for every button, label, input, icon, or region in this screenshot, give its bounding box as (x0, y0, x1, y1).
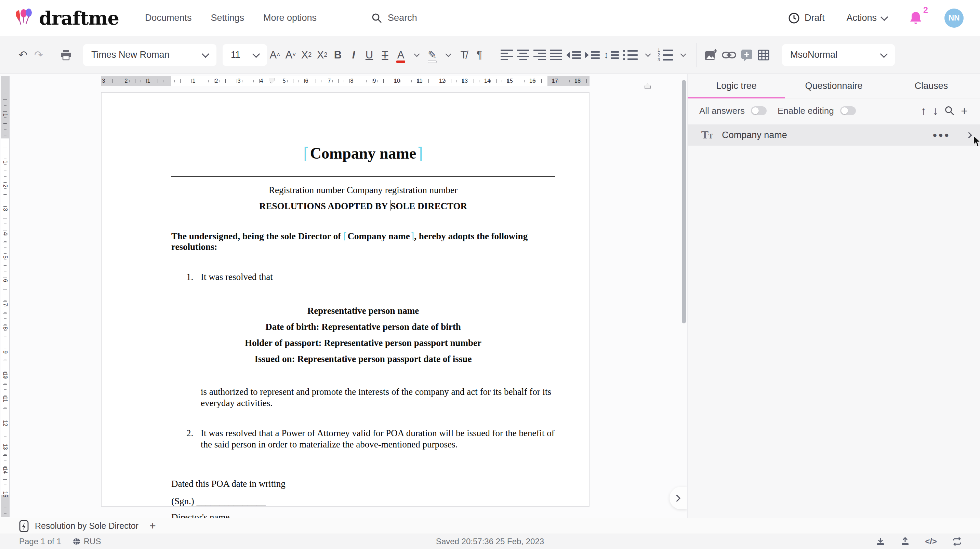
item-expand-button[interactable] (966, 132, 972, 138)
status-right: </> (876, 537, 962, 546)
company-name-variable[interactable]: Company name (303, 145, 423, 162)
passport-issue-line[interactable]: Issued on: Representative person passpor… (171, 351, 555, 367)
nav-more-options[interactable]: More options (263, 13, 317, 23)
insert-image-button[interactable] (702, 45, 720, 66)
align-right-button[interactable] (531, 45, 548, 66)
superscript-button[interactable]: X2 (314, 45, 330, 66)
representative-block[interactable]: Representative person name Date of birth… (171, 303, 555, 367)
tab-clauses[interactable]: Clauses (883, 74, 980, 98)
expand-panel-button[interactable] (670, 487, 687, 509)
formatting-toolbar: ↶ ↷ Times New Roman 11 A˄ A˅ X2 X2 B I U… (0, 36, 980, 74)
authorized-paragraph[interactable]: is authorized to represent and promote t… (171, 386, 555, 409)
text-color-dropdown[interactable] (409, 45, 424, 66)
document-page[interactable]: Company name Registration number Company… (101, 92, 590, 507)
italic-button[interactable]: I (346, 45, 361, 66)
add-node-button[interactable]: + (961, 105, 968, 116)
search-label: Search (388, 13, 417, 23)
subscript-button[interactable]: X2 (299, 45, 314, 66)
indent-marker[interactable] (269, 78, 275, 83)
intro-paragraph[interactable]: The undersigned, being the sole Director… (171, 231, 555, 252)
all-answers-toggle[interactable] (751, 106, 767, 115)
director-name-line[interactable]: Director's name (171, 512, 555, 518)
list-item-1[interactable]: 1. It was resolved that (171, 271, 555, 282)
strikethrough-button[interactable]: T (377, 45, 393, 66)
logic-tree-item-company-name[interactable]: TT Company name ●●● (688, 124, 980, 146)
highlight-color-swatch (428, 60, 437, 63)
insert-comment-button[interactable] (738, 45, 755, 66)
numbered-list-button[interactable]: 1 2 3 (655, 45, 675, 66)
justify-button[interactable] (548, 45, 564, 66)
chevron-down-icon (880, 50, 888, 58)
nav-documents[interactable]: Documents (145, 13, 192, 23)
company-name-variable[interactable]: Company name (343, 231, 414, 241)
sync-icon (952, 537, 962, 546)
text-color-button[interactable]: A (393, 45, 409, 66)
add-document-tab-button[interactable]: + (150, 520, 156, 532)
actions-menu[interactable]: Actions (846, 13, 887, 23)
tab-questionnaire[interactable]: Questionnaire (785, 74, 883, 98)
line-spacing-button[interactable]: ↕ (602, 45, 621, 66)
dated-line[interactable]: Dated this POA date in writing (171, 479, 555, 489)
search-control[interactable]: Search (371, 13, 417, 24)
vertical-ruler[interactable]: 1123456789101112131415 (1, 76, 10, 517)
paragraph-style-select[interactable]: MsoNormal (782, 44, 895, 66)
clear-formatting-button[interactable]: T̸ (456, 45, 471, 66)
document-tab[interactable]: Resolution by Sole Director (19, 520, 138, 532)
toolbar-divider (52, 43, 52, 67)
draft-status[interactable]: Draft (788, 12, 825, 24)
underline-button[interactable]: U (361, 45, 377, 66)
paragraph-marks-button[interactable]: ¶ (471, 45, 487, 66)
bullet-list-icon (623, 50, 638, 60)
vertical-scrollbar[interactable] (682, 80, 686, 323)
toolbar-divider (696, 43, 697, 67)
font-family-select[interactable]: Times New Roman (83, 44, 216, 66)
align-right-icon (533, 49, 546, 60)
highlight-dropdown[interactable] (440, 45, 456, 66)
increase-font-button[interactable]: A˄ (267, 45, 283, 66)
indent-button[interactable] (583, 45, 602, 66)
align-left-button[interactable] (498, 45, 515, 66)
text-color-swatch (396, 60, 405, 63)
align-center-button[interactable] (515, 45, 531, 66)
highlight-button[interactable]: ✎ (424, 45, 440, 66)
nav-settings[interactable]: Settings (211, 13, 244, 23)
brand-logo[interactable]: draftme (14, 7, 119, 29)
avatar[interactable]: NN (945, 8, 964, 28)
code-view-button[interactable]: </> (925, 537, 937, 546)
list-item-2[interactable]: 2. It was resolved that a Power of Attor… (171, 428, 555, 450)
print-button[interactable] (58, 45, 74, 66)
move-down-button[interactable]: ↓ (932, 105, 938, 116)
tab-logic-tree[interactable]: Logic tree (688, 74, 785, 98)
panel-search-button[interactable] (945, 106, 955, 116)
outdent-button[interactable] (564, 45, 583, 66)
horizontal-ruler[interactable]: 321123456789101112131415161718 (101, 76, 590, 86)
resolutions-heading[interactable]: RESOLUTIONS ADOPTED BY SOLE DIRECTOR (171, 201, 555, 212)
font-size-select[interactable]: 11 (223, 44, 267, 66)
download-button[interactable] (876, 537, 885, 546)
bold-button[interactable]: B (330, 45, 346, 66)
redo-button[interactable]: ↷ (31, 45, 46, 66)
decrease-font-button[interactable]: A˅ (283, 45, 299, 66)
document-title[interactable]: Company name (171, 144, 555, 162)
language-selector[interactable]: RUS (73, 537, 101, 546)
insert-link-button[interactable] (720, 45, 738, 66)
date-of-birth-line[interactable]: Date of birth: Representative person dat… (171, 319, 555, 335)
item-menu-button[interactable]: ●●● (932, 130, 950, 140)
notifications-button[interactable]: 2 (909, 11, 923, 25)
undo-button[interactable]: ↶ (15, 45, 31, 66)
right-margin-marker[interactable] (644, 83, 651, 89)
upload-button[interactable] (900, 537, 910, 546)
representative-name-line[interactable]: Representative person name (171, 303, 555, 319)
numbered-list-dropdown[interactable] (675, 45, 691, 66)
sync-button[interactable] (952, 537, 962, 546)
bullet-list-button[interactable] (621, 45, 640, 66)
passport-number-line[interactable]: Holder of passport: Representative perso… (171, 335, 555, 351)
enable-editing-toggle[interactable] (840, 106, 856, 115)
registration-line[interactable]: Registration number Company registration… (171, 185, 555, 196)
actions-label: Actions (846, 13, 877, 23)
move-up-button[interactable]: ↑ (921, 105, 926, 116)
bullet-list-dropdown[interactable] (640, 45, 655, 66)
insert-table-button[interactable] (755, 45, 772, 66)
signature-line[interactable]: (Sgn.) _______________ (171, 496, 555, 507)
logic-tree-panel: Logic tree Questionnaire Clauses All ans… (687, 74, 980, 518)
